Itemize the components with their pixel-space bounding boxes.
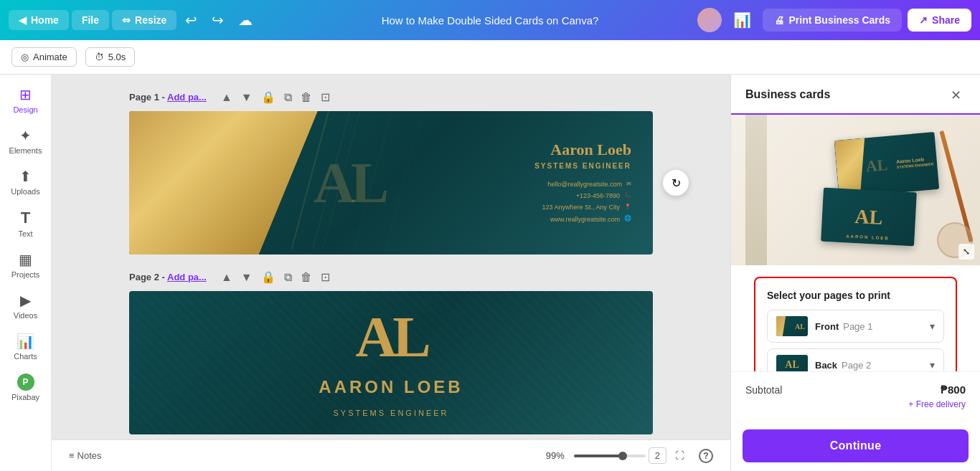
sidebar-item-elements[interactable]: ✦ Elements xyxy=(3,121,49,161)
animate-icon: ◎ xyxy=(21,52,29,62)
subtotal-value: ₱800 xyxy=(941,384,966,396)
cloud-save-button[interactable]: ☁ xyxy=(232,7,258,33)
right-panel-body: Aaron Loeb SYSTEMS ENGINEER AL AL AARON … xyxy=(731,115,980,371)
select-pages-section: Select your pages to print AL Front Page… xyxy=(754,277,957,371)
continue-label: Continue xyxy=(830,439,882,452)
fullscreen-icon: ⛶ xyxy=(675,450,684,461)
page-2-copy-btn[interactable]: ⧉ xyxy=(281,270,295,285)
back-dropdown-arrow[interactable]: ▾ xyxy=(930,359,935,371)
home-button[interactable]: ◀ Home xyxy=(9,10,69,30)
redo-button[interactable]: ↪ xyxy=(206,7,230,33)
card-back-design[interactable]: AL AARON LOEB SYSTEMS ENGINEER xyxy=(129,291,653,434)
page-1-lock-btn[interactable]: 🔒 xyxy=(258,89,278,105)
print-business-cards-button[interactable]: 🖨 Print Business Cards xyxy=(763,9,902,32)
animate-button[interactable]: ◎ Animate xyxy=(11,47,77,67)
help-button[interactable]: ? xyxy=(693,446,719,466)
sidebar-item-videos[interactable]: ▶ Videos xyxy=(3,286,49,325)
analytics-button[interactable]: 📊 xyxy=(727,7,757,33)
refresh-button[interactable]: ↻ xyxy=(663,170,689,196)
sidebar-item-text[interactable]: T Text xyxy=(3,203,49,244)
preview-image: Aaron Loeb SYSTEMS ENGINEER AL AL AARON … xyxy=(731,115,980,265)
home-arrow-icon: ◀ xyxy=(19,14,27,26)
share-button[interactable]: ↗ Share xyxy=(908,9,971,32)
close-panel-button[interactable]: ✕ xyxy=(946,86,966,105)
elements-icon: ✦ xyxy=(19,127,32,144)
notes-button[interactable]: ≡ Notes xyxy=(63,447,108,464)
phone-icon: 📞 xyxy=(624,191,631,201)
file-button[interactable]: File xyxy=(72,10,109,30)
page-1-expand-btn[interactable]: ▲ xyxy=(218,90,235,105)
zoom-thumb[interactable] xyxy=(618,452,627,460)
preview-card-1: Aaron Loeb SYSTEMS ENGINEER AL xyxy=(834,132,939,198)
front-page-row[interactable]: AL Front Page 1 ▾ xyxy=(767,310,944,343)
time-value: 5.0s xyxy=(108,52,126,62)
undo-button[interactable]: ↩ xyxy=(179,7,203,33)
back-page-num: Page 2 xyxy=(842,360,871,371)
page-1-more-btn[interactable]: ⊡ xyxy=(318,89,333,105)
card-front-content: Aaron Loeb SYSTEMS ENGINEER hello@really… xyxy=(534,141,631,225)
page-2-more-btn[interactable]: ⊡ xyxy=(318,269,333,285)
preview-card-2: AL AARON LOEB xyxy=(821,188,917,247)
page-1-label: Page 1 - Add pa... xyxy=(129,92,207,103)
page-1-canvas[interactable]: AL Aaron Loeb SYSTEMS ENGINEER hello@rea… xyxy=(129,111,653,254)
charts-label: Charts xyxy=(14,352,37,361)
resize-button[interactable]: ⇔ Resize xyxy=(112,10,176,30)
zoom-controls: 99% 2 ⛶ ? xyxy=(546,446,719,466)
page-2-delete-btn[interactable]: 🗑 xyxy=(298,270,315,285)
subtotal-label: Subtotal xyxy=(745,384,782,396)
page-1-delete-btn[interactable]: 🗑 xyxy=(298,90,315,105)
page-1-add-link[interactable]: Add pa... xyxy=(167,92,207,103)
text-label: Text xyxy=(18,229,32,238)
right-panel: Business cards ✕ Aaron Loeb SYSTEMS ENGI… xyxy=(730,75,980,471)
sidebar-item-pixabay[interactable]: P Pixabay xyxy=(3,368,49,407)
fullscreen-button[interactable]: ⛶ xyxy=(669,447,690,464)
zoom-percent: 99% xyxy=(546,450,571,461)
card-info: hello@reallygreatsite.com ✉ +123-456-789… xyxy=(534,179,631,225)
elements-label: Elements xyxy=(9,146,42,155)
canvas-area: Page 1 - Add pa... ▲ ▼ 🔒 ⧉ 🗑 ⊡ xyxy=(52,75,730,439)
front-dropdown-arrow[interactable]: ▾ xyxy=(930,320,935,332)
sidebar-item-uploads[interactable]: ⬆ Uploads xyxy=(3,162,49,201)
back-page-row[interactable]: AL Back Page 2 ▾ xyxy=(767,348,944,371)
undo-icon: ↩ xyxy=(185,11,197,29)
sidebar-item-projects[interactable]: ▦ Projects xyxy=(3,245,49,285)
expand-preview-button[interactable]: ⤡ xyxy=(958,244,974,260)
canvas-bottom-bar: ≡ Notes 99% 2 ⛶ ? xyxy=(52,439,730,471)
notes-label: Notes xyxy=(77,450,102,461)
email-icon: ✉ xyxy=(626,179,631,189)
main-layout: ⊞ Design ✦ Elements ⬆ Uploads T Text ▦ P… xyxy=(0,75,980,471)
page-2-controls: ▲ ▼ 🔒 ⧉ 🗑 ⊡ xyxy=(218,269,333,285)
analytics-icon: 📊 xyxy=(733,11,751,29)
clock-icon: ⏱ xyxy=(95,52,104,62)
front-page-num: Page 1 xyxy=(843,321,872,332)
subtotal-section: Subtotal ₱800 + Free delivery xyxy=(731,371,980,421)
sidebar-item-charts[interactable]: 📊 Charts xyxy=(3,327,49,366)
page-count-label: 2 xyxy=(655,450,660,461)
page-2-add-link[interactable]: Add pa... xyxy=(167,272,207,282)
cloud-icon: ☁ xyxy=(238,11,253,29)
help-icon: ? xyxy=(699,449,713,463)
videos-label: Videos xyxy=(14,311,37,320)
sidebar-item-design[interactable]: ⊞ Design xyxy=(3,80,49,120)
topbar: ◀ Home File ⇔ Resize ↩ ↪ ☁ How to Make D… xyxy=(0,0,980,40)
user-avatar[interactable] xyxy=(697,8,722,32)
print-icon: 🖨 xyxy=(774,14,784,26)
page-count-button[interactable]: 2 xyxy=(649,447,666,464)
resize-label: Resize xyxy=(135,14,166,26)
page-1-collapse-btn[interactable]: ▼ xyxy=(238,90,255,105)
page-1-copy-btn[interactable]: ⧉ xyxy=(281,90,295,105)
right-panel-title: Business cards xyxy=(745,88,830,111)
card-front-design: AL Aaron Loeb SYSTEMS ENGINEER hello@rea… xyxy=(129,111,653,254)
print-label: Print Business Cards xyxy=(788,14,890,26)
zoom-slider-track xyxy=(574,455,646,457)
time-button[interactable]: ⏱ 5.0s xyxy=(85,47,136,67)
uploads-icon: ⬆ xyxy=(19,168,32,185)
website-icon: 🌐 xyxy=(624,214,631,224)
notes-icon: ≡ xyxy=(69,450,75,461)
right-panel-header: Business cards ✕ xyxy=(731,75,980,115)
page-2-expand-btn[interactable]: ▲ xyxy=(218,270,235,285)
continue-button[interactable]: Continue xyxy=(743,429,969,462)
card-monogram-bg: AL xyxy=(314,151,385,216)
page-2-lock-btn[interactable]: 🔒 xyxy=(258,269,278,285)
page-2-collapse-btn[interactable]: ▼ xyxy=(238,270,255,285)
